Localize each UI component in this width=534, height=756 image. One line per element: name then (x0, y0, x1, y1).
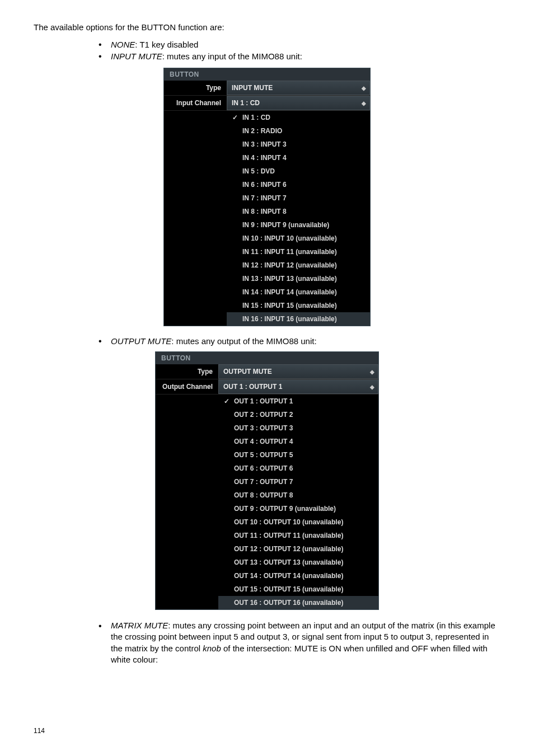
dd-input-8[interactable]: IN 8 : INPUT 8 (227, 205, 370, 218)
dd-output-6[interactable]: OUT 6 : OUTPUT 6 (218, 462, 378, 475)
output-mute-intro: OUTPUT MUTE: mutes any output of the MIM… (34, 336, 500, 346)
dd-input-14[interactable]: IN 14 : INPUT 14 (unavailable) (227, 285, 370, 299)
bullet-input-mute: INPUT MUTE: mutes any input of the MIMO8… (95, 51, 500, 61)
rest-none: : T1 key disabled (135, 40, 198, 49)
dd-output-16[interactable]: OUT 16 : OUTPUT 16 (unavailable) (218, 596, 378, 609)
type-value-1: INPUT MUTE (232, 84, 273, 92)
dd-output-12[interactable]: OUT 12 : OUTPUT 12 (unavailable) (218, 542, 378, 556)
panel1-header: BUTTON (164, 68, 370, 81)
dd-input-13[interactable]: IN 13 : INPUT 13 (unavailable) (227, 272, 370, 285)
type-select-1[interactable]: INPUT MUTE ◆ (227, 81, 370, 95)
dd-input-1[interactable]: IN 1 : CD (227, 111, 370, 124)
rest-output-mute: : mutes any output of the MIMO88 unit: (171, 336, 316, 346)
dd-input-15[interactable]: IN 15 : INPUT 15 (unavailable) (227, 299, 370, 312)
input-channel-value: IN 1 : CD (232, 99, 260, 107)
input-channel-label: Input Channel (164, 96, 227, 110)
input-channel-select[interactable]: IN 1 : CD ◆ (227, 96, 370, 110)
dd-input-2[interactable]: IN 2 : RADIO (227, 124, 370, 138)
bullet-matrix-mute: MATRIX MUTE: mutes any crossing point be… (95, 620, 500, 665)
rest-input-mute: : mutes any input of the MIMO88 unit: (162, 51, 302, 61)
dd-input-9[interactable]: IN 9 : INPUT 9 (unavailable) (227, 218, 370, 232)
dd-input-12[interactable]: IN 12 : INPUT 12 (unavailable) (227, 259, 370, 272)
select-arrow-icon: ◆ (370, 384, 374, 390)
dd-input-6[interactable]: IN 6 : INPUT 6 (227, 178, 370, 191)
output-channel-label: Output Channel (156, 379, 218, 394)
term-none: NONE (111, 40, 135, 49)
select-arrow-icon: ◆ (362, 100, 366, 106)
type-value-2: OUTPUT MUTE (223, 368, 272, 375)
dd-output-10[interactable]: OUT 10 : OUTPUT 10 (unavailable) (218, 515, 378, 529)
dd-output-4[interactable]: OUT 4 : OUTPUT 4 (218, 435, 378, 448)
dd-output-9[interactable]: OUT 9 : OUTPUT 9 (unavailable) (218, 502, 378, 515)
term-input-mute: INPUT MUTE (111, 51, 162, 61)
dd-output-15[interactable]: OUT 15 : OUTPUT 15 (unavailable) (218, 583, 378, 596)
bullet-none: NONE: T1 key disabled (95, 40, 500, 49)
type-label-2: Type (156, 364, 218, 379)
type-select-2[interactable]: OUTPUT MUTE ◆ (218, 364, 378, 379)
bullet-output-mute: OUTPUT MUTE: mutes any output of the MIM… (95, 336, 500, 346)
input-dropdown-list: IN 1 : CD IN 2 : RADIO IN 3 : INPUT 3 IN… (227, 111, 370, 326)
bullet-list-1: NONE: T1 key disabled INPUT MUTE: mutes … (34, 40, 500, 61)
dd-input-4[interactable]: IN 4 : INPUT 4 (227, 151, 370, 165)
input-mute-panel: BUTTON Type INPUT MUTE ◆ Input Channel I… (163, 68, 371, 326)
output-channel-value: OUT 1 : OUTPUT 1 (223, 383, 282, 391)
dd-input-11[interactable]: IN 11 : INPUT 11 (unavailable) (227, 245, 370, 259)
dd-output-5[interactable]: OUT 5 : OUTPUT 5 (218, 448, 378, 462)
select-arrow-icon: ◆ (362, 85, 366, 91)
dd-output-14[interactable]: OUT 14 : OUTPUT 14 (unavailable) (218, 569, 378, 583)
dd-output-7[interactable]: OUT 7 : OUTPUT 7 (218, 475, 378, 489)
knob-italic: knob (203, 644, 221, 653)
dd-input-16[interactable]: IN 16 : INPUT 16 (unavailable) (227, 312, 370, 326)
dd-output-1[interactable]: OUT 1 : OUTPUT 1 (218, 395, 378, 408)
dd-input-10[interactable]: IN 10 : INPUT 10 (unavailable) (227, 232, 370, 245)
dd-input-5[interactable]: IN 5 : DVD (227, 165, 370, 178)
output-dropdown-list: OUT 1 : OUTPUT 1 OUT 2 : OUTPUT 2 OUT 3 … (218, 395, 378, 609)
output-channel-select[interactable]: OUT 1 : OUTPUT 1 ◆ (218, 379, 378, 394)
dd-input-3[interactable]: IN 3 : INPUT 3 (227, 138, 370, 151)
output-mute-panel: BUTTON Type OUTPUT MUTE ◆ Output Channel… (155, 351, 379, 610)
panel2-header: BUTTON (156, 352, 378, 364)
term-matrix-mute: MATRIX MUTE (111, 621, 168, 630)
type-label-1: Type (164, 81, 227, 95)
term-output-mute: OUTPUT MUTE (111, 336, 171, 346)
intro-text: The available options for the BUTTON fun… (34, 22, 500, 32)
dd-output-2[interactable]: OUT 2 : OUTPUT 2 (218, 408, 378, 421)
dd-output-8[interactable]: OUT 8 : OUTPUT 8 (218, 489, 378, 502)
dd-output-3[interactable]: OUT 3 : OUTPUT 3 (218, 421, 378, 435)
select-arrow-icon: ◆ (370, 369, 374, 375)
dd-input-7[interactable]: IN 7 : INPUT 7 (227, 191, 370, 205)
dd-output-13[interactable]: OUT 13 : OUTPUT 13 (unavailable) (218, 556, 378, 569)
dd-output-11[interactable]: OUT 11 : OUTPUT 11 (unavailable) (218, 529, 378, 542)
